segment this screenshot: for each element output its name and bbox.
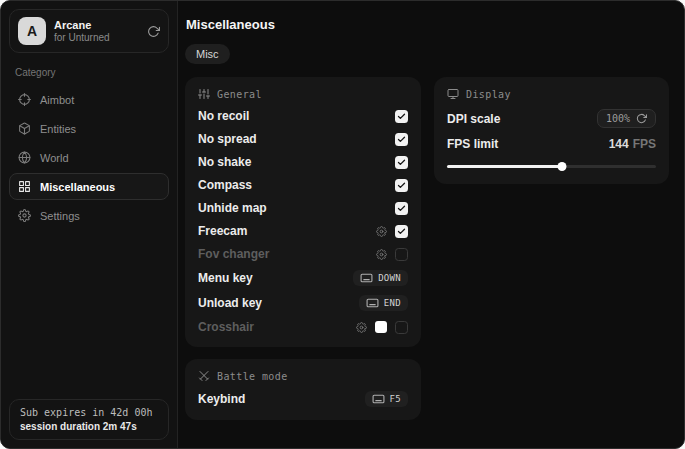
dpi-scale-label: DPI scale <box>447 112 500 126</box>
general-row: Unload keyEND <box>198 295 408 311</box>
refresh-icon[interactable] <box>636 113 647 124</box>
dpi-scale-badge[interactable]: 100% <box>597 109 656 128</box>
avatar: A <box>18 17 46 45</box>
general-row: Compass <box>198 178 408 192</box>
tab-bar: Misc <box>185 44 669 64</box>
session-duration-text: session duration 2m 47s <box>20 420 158 433</box>
sidebar-item-label: Miscellaneous <box>40 181 115 193</box>
sidebar-item-label: World <box>40 152 69 164</box>
globe-icon <box>18 151 31 164</box>
keybind-badge[interactable]: END <box>359 295 408 311</box>
sidebar-item-miscellaneous[interactable]: Miscellaneous <box>9 173 169 200</box>
slider-fill <box>447 165 562 168</box>
general-row: Crosshair <box>198 320 408 334</box>
row-label: Compass <box>198 178 252 192</box>
battle-mode-card: Battle mode Keybind F5 <box>185 359 421 420</box>
row-label: Crosshair <box>198 320 254 334</box>
slider-thumb[interactable] <box>557 162 566 171</box>
color-swatch[interactable] <box>375 321 387 333</box>
crosshair-icon <box>18 93 31 106</box>
app-window: A Arcane for Unturned Category AimbotEnt… <box>0 0 685 449</box>
checkbox[interactable] <box>395 156 408 169</box>
battle-keybind-badge[interactable]: F5 <box>365 391 408 407</box>
general-row: Freecam <box>198 224 408 238</box>
sidebar-item-world[interactable]: World <box>9 144 169 171</box>
row-label: No shake <box>198 155 251 169</box>
row-label: Unhide map <box>198 201 267 215</box>
main-content: Miscellaneous Misc General No recoilNo s… <box>178 1 684 448</box>
checkbox[interactable] <box>395 225 408 238</box>
gear-icon[interactable] <box>376 249 387 260</box>
gear-icon[interactable] <box>356 322 367 333</box>
fps-limit-label: FPS limit <box>447 137 498 151</box>
sidebar-item-settings[interactable]: Settings <box>9 202 169 229</box>
box-icon <box>18 122 31 135</box>
general-row: Menu keyDOWN <box>198 270 408 286</box>
sidebar-item-entities[interactable]: Entities <box>9 115 169 142</box>
app-subtitle: for Unturned <box>54 32 139 44</box>
fps-limit-unit: FPS <box>633 137 656 151</box>
row-label: Menu key <box>198 271 253 285</box>
general-card: General No recoilNo spreadNo shakeCompas… <box>185 77 421 347</box>
display-card: Display DPI scale 100% <box>434 77 669 184</box>
battle-mode-title: Battle mode <box>217 371 288 382</box>
subscription-card: Sub expires in 42d 00h session duration … <box>9 399 169 440</box>
general-card-title: General <box>217 89 262 100</box>
row-label: Unload key <box>198 296 262 310</box>
sidebar-item-label: Aimbot <box>40 94 74 106</box>
row-label: Fov changer <box>198 247 269 261</box>
app-name: Arcane <box>54 19 139 32</box>
row-label: No spread <box>198 132 257 146</box>
display-card-title: Display <box>466 89 511 100</box>
row-label: No recoil <box>198 109 249 123</box>
tab-misc[interactable]: Misc <box>185 44 230 64</box>
checkbox[interactable] <box>395 110 408 123</box>
checkbox[interactable] <box>395 133 408 146</box>
keyboard-icon <box>366 298 379 308</box>
swords-icon <box>198 370 210 382</box>
checkbox[interactable] <box>395 202 408 215</box>
dpi-scale-value: 100% <box>606 113 630 124</box>
battle-keybind-value: F5 <box>390 394 401 404</box>
sidebar: A Arcane for Unturned Category AimbotEnt… <box>1 1 178 448</box>
general-rows: No recoilNo spreadNo shakeCompassUnhide … <box>198 109 408 334</box>
gear-icon <box>18 209 31 222</box>
gear-icon[interactable] <box>376 226 387 237</box>
keyboard-icon <box>360 273 373 283</box>
app-header-card: A Arcane for Unturned <box>9 9 169 53</box>
sidebar-item-label: Settings <box>40 210 80 222</box>
keybind-label: Keybind <box>198 392 245 406</box>
keybind-value: END <box>384 298 401 308</box>
sliders-icon <box>198 88 210 100</box>
page-title: Miscellaneous <box>186 17 669 32</box>
checkbox[interactable] <box>395 248 408 261</box>
fps-limit-slider[interactable] <box>447 162 656 171</box>
checkbox[interactable] <box>395 179 408 192</box>
category-label: Category <box>15 67 163 78</box>
keybind-badge[interactable]: DOWN <box>353 270 408 286</box>
checkbox[interactable] <box>395 321 408 334</box>
fps-limit-value: 144 <box>609 137 629 151</box>
keybind-value: DOWN <box>378 273 401 283</box>
general-row: No spread <box>198 132 408 146</box>
monitor-icon <box>447 88 459 100</box>
sidebar-item-aimbot[interactable]: Aimbot <box>9 86 169 113</box>
general-row: Unhide map <box>198 201 408 215</box>
sub-expires-text: Sub expires in 42d 00h <box>20 405 158 420</box>
grid-icon <box>18 180 31 193</box>
row-label: Freecam <box>198 224 247 238</box>
sidebar-item-label: Entities <box>40 123 76 135</box>
keyboard-icon <box>372 394 385 404</box>
general-row: No shake <box>198 155 408 169</box>
sync-icon[interactable] <box>147 25 160 38</box>
sidebar-nav: AimbotEntitiesWorldMiscellaneousSettings <box>1 86 177 229</box>
general-row: No recoil <box>198 109 408 123</box>
general-row: Fov changer <box>198 247 408 261</box>
